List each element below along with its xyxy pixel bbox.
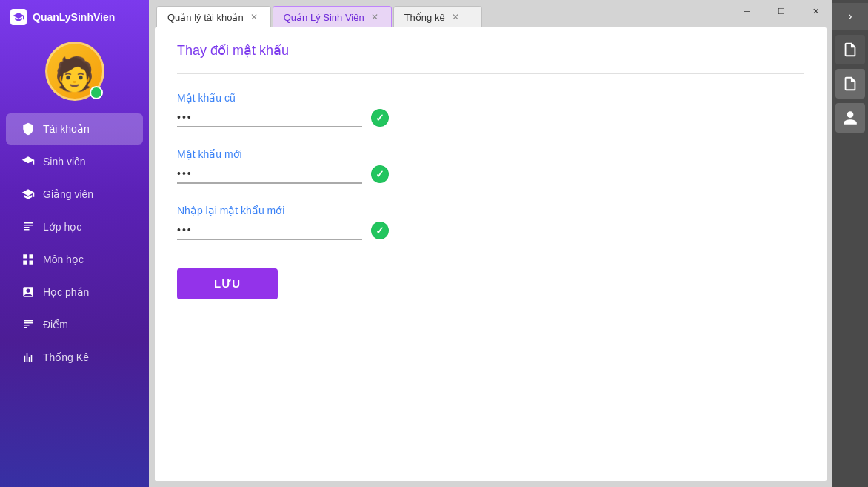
avatar: 🧑 [45, 42, 104, 101]
app-title: QuanLySinhVien [0, 0, 149, 34]
avatar-section: 🧑 [0, 34, 149, 113]
app-logo [10, 9, 27, 25]
content-area: Thay đổi mật khẩu Mật khẩu cũ ✓ Mật khẩu… [155, 27, 827, 481]
sidebar-item-hoc-phan[interactable]: Học phần [6, 276, 143, 308]
tab-tai-khoan[interactable]: Quản lý tài khoản ✕ [156, 6, 271, 27]
tab-thong-ke[interactable]: Thống kê ✕ [393, 6, 482, 27]
sidebar-item-sinh-vien-label: Sinh viên [43, 156, 86, 168]
tab-sinh-vien[interactable]: Quản Lý Sinh Viên ✕ [273, 6, 392, 27]
old-password-input[interactable] [177, 108, 362, 127]
right-panel-user-button[interactable] [835, 103, 865, 133]
save-button[interactable]: LƯU [177, 268, 278, 299]
right-panel: › [832, 0, 868, 487]
old-password-row: ✓ [177, 108, 804, 127]
sidebar-item-hoc-phan-label: Học phần [43, 286, 89, 298]
sidebar: QuanLySinhVien 🧑 Tài khoản Sinh viên Giả… [0, 0, 149, 487]
shield-icon [21, 122, 36, 136]
class-icon [21, 219, 36, 234]
sidebar-item-diem[interactable]: Điểm [6, 309, 143, 340]
new-password-check-icon: ✓ [371, 165, 389, 183]
new-password-group: Mật khẩu mới ✓ [177, 148, 804, 184]
confirm-password-input[interactable] [177, 221, 362, 240]
old-password-check-icon: ✓ [371, 109, 389, 127]
sidebar-item-diem-label: Điểm [43, 319, 68, 331]
tab-sinh-vien-label: Quản Lý Sinh Viên [284, 12, 364, 23]
sidebar-item-thong-ke[interactable]: Thống Kê [6, 342, 143, 373]
svg-rect-2 [23, 261, 27, 265]
sidebar-item-tai-khoan-label: Tài khoản [43, 123, 90, 135]
main-area: ─ ☐ ✕ Quản lý tài khoản ✕ Quản Lý Sinh V… [149, 0, 832, 487]
sidebar-item-thong-ke-label: Thống Kê [43, 351, 89, 363]
sidebar-item-giang-vien[interactable]: Giảng viên [6, 179, 143, 210]
old-password-group: Mật khẩu cũ ✓ [177, 92, 804, 127]
right-panel-doc2-button[interactable] [835, 69, 865, 99]
new-password-row: ✓ [177, 165, 804, 184]
svg-rect-3 [30, 261, 33, 265]
sidebar-item-mon-hoc-label: Môn học [43, 254, 84, 265]
module-icon [21, 285, 36, 299]
right-panel-expand-button[interactable]: › [832, 3, 868, 30]
minimize-button[interactable]: ─ [730, 0, 764, 22]
sidebar-item-lop-hoc-label: Lớp học [43, 221, 81, 233]
svg-rect-0 [23, 254, 27, 258]
tab-thong-ke-label: Thống kê [404, 12, 445, 23]
maximize-button[interactable]: ☐ [764, 0, 798, 22]
new-password-input[interactable] [177, 165, 362, 184]
tab-sinh-vien-close[interactable]: ✕ [369, 11, 381, 23]
sidebar-item-giang-vien-label: Giảng viên [43, 188, 93, 200]
teacher-icon [21, 187, 36, 202]
tab-thong-ke-close[interactable]: ✕ [450, 11, 461, 23]
confirm-password-label: Nhập lại mật khẩu mới [177, 205, 804, 216]
sidebar-item-tai-khoan[interactable]: Tài khoản [6, 113, 143, 145]
confirm-password-check-icon: ✓ [371, 222, 389, 239]
sidebar-item-mon-hoc[interactable]: Môn học [6, 244, 143, 275]
avatar-online-badge [90, 86, 103, 99]
svg-rect-1 [30, 254, 33, 258]
sidebar-item-sinh-vien[interactable]: Sinh viên [6, 146, 143, 177]
confirm-password-group: Nhập lại mật khẩu mới ✓ [177, 205, 804, 240]
sidebar-item-lop-hoc[interactable]: Lớp học [6, 211, 143, 242]
subject-icon [21, 252, 36, 267]
student-icon [21, 154, 36, 169]
tab-tai-khoan-label: Quản lý tài khoản [167, 12, 244, 23]
grade-icon [21, 317, 36, 332]
page-title: Thay đổi mật khẩu [177, 42, 804, 59]
window-controls: ─ ☐ ✕ [730, 0, 832, 22]
tab-tai-khoan-close[interactable]: ✕ [248, 11, 260, 23]
new-password-label: Mật khẩu mới [177, 148, 804, 160]
close-button[interactable]: ✕ [798, 0, 832, 22]
stats-icon [21, 350, 36, 365]
right-panel-doc1-button[interactable] [835, 35, 865, 64]
confirm-password-row: ✓ [177, 221, 804, 240]
title-divider [177, 73, 804, 74]
old-password-label: Mật khẩu cũ [177, 92, 804, 104]
